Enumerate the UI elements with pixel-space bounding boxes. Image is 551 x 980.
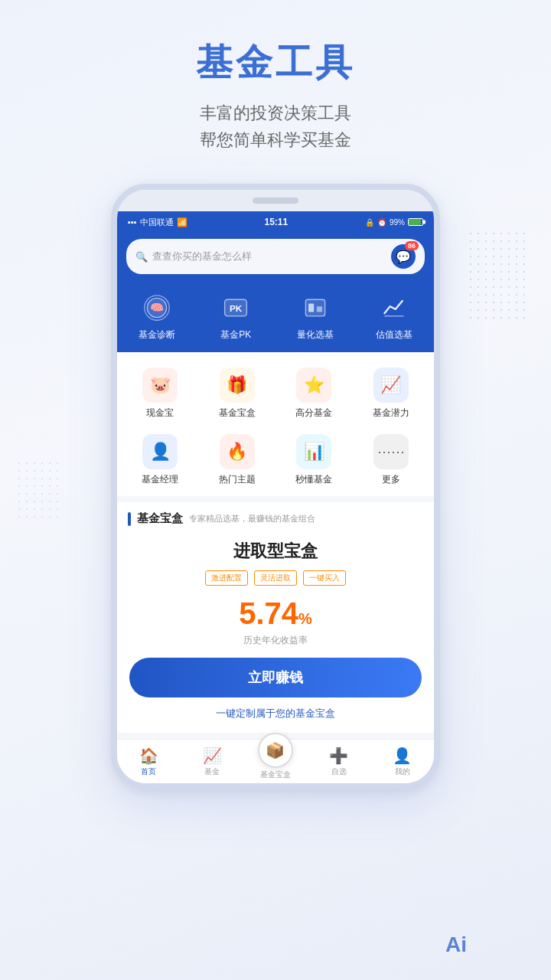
content-area: 🐷 现金宝 🎁 基金宝盒 ⭐ 高分基金 📈 基金潜力 👤 基金经理 bbox=[117, 352, 434, 783]
nav-mine-label: 我的 bbox=[395, 766, 410, 777]
page-header: 基金工具 丰富的投资决策工具 帮您简单科学买基金 bbox=[0, 0, 551, 168]
feature-manager[interactable]: 👤 基金经理 bbox=[123, 430, 197, 493]
more-label: 更多 bbox=[382, 474, 400, 485]
nav-watchlist-label: 自选 bbox=[331, 766, 347, 777]
status-bar: ▪▪▪ 中国联通 📶 15:11 🔒 ⏰ 99% bbox=[117, 211, 434, 233]
bottom-nav: 🏠 首页 📈 基金 📦 基金宝盒 ➕ 自选 👤 我的 bbox=[117, 739, 434, 783]
potential-label: 基金潜力 bbox=[373, 407, 409, 419]
wifi-icon: 📶 bbox=[177, 217, 187, 227]
card-content: 进取型宝盒 激进配置 灵活进取 一键买入 5.74% 历史年化收益率 立即赚钱 … bbox=[117, 532, 434, 733]
rate-percent: % bbox=[298, 610, 312, 627]
nav-home-label: 首页 bbox=[141, 766, 156, 777]
section-bar bbox=[128, 512, 131, 526]
search-bar[interactable]: 🔍 查查你买的基金怎么样 💬 86 bbox=[126, 239, 425, 274]
svg-rect-7 bbox=[317, 307, 322, 312]
carrier-label: 中国联通 bbox=[140, 217, 174, 228]
cta-button[interactable]: 立即赚钱 bbox=[129, 658, 422, 697]
svg-text:PK: PK bbox=[230, 304, 243, 314]
phone-body: ▪▪▪ 中国联通 📶 15:11 🔒 ⏰ 99% 🔍 查查你买的基金怎么样 💬 bbox=[111, 184, 440, 789]
learn-icon: 📊 bbox=[296, 434, 331, 469]
card-rate: 5.74% bbox=[129, 596, 422, 631]
more-icon: ⋯⋯ bbox=[373, 434, 409, 469]
tool-diagnosis-label: 基金诊断 bbox=[139, 328, 175, 341]
svg-text:🧠: 🧠 bbox=[150, 302, 164, 315]
rate-label: 历史年化收益率 bbox=[129, 634, 422, 647]
alarm-icon: ⏰ bbox=[377, 218, 386, 227]
nav-home[interactable]: 🏠 首页 bbox=[117, 746, 181, 777]
feature-grid: 🐷 现金宝 🎁 基金宝盒 ⭐ 高分基金 📈 基金潜力 👤 基金经理 bbox=[117, 352, 434, 496]
nav-fund[interactable]: 📈 基金 bbox=[181, 746, 244, 777]
cashbao-label: 现金宝 bbox=[146, 407, 174, 419]
status-left: ▪▪▪ 中国联通 📶 bbox=[128, 217, 187, 228]
feature-bahe[interactable]: 🎁 基金宝盒 bbox=[201, 363, 275, 426]
highscore-label: 高分基金 bbox=[295, 407, 332, 419]
ai-label: Ai bbox=[445, 933, 467, 957]
battery-fill bbox=[409, 219, 421, 225]
phone-notch bbox=[117, 190, 434, 211]
tool-pk[interactable]: PK 基金PK bbox=[197, 291, 276, 341]
tag-buy: 一键买入 bbox=[303, 570, 346, 586]
manager-icon: 👤 bbox=[142, 434, 178, 469]
battery-icon bbox=[408, 218, 423, 226]
page-title: 基金工具 bbox=[15, 38, 536, 87]
feature-potential[interactable]: 📈 基金潜力 bbox=[354, 363, 429, 426]
tool-quant[interactable]: 量化选基 bbox=[276, 291, 355, 341]
cashbao-icon: 🐷 bbox=[142, 368, 178, 403]
tool-valuation[interactable]: 估值选基 bbox=[355, 291, 435, 341]
badge-count: 86 bbox=[405, 241, 419, 250]
signal-icon: ▪▪▪ bbox=[128, 217, 137, 227]
nav-mine[interactable]: 👤 我的 bbox=[370, 746, 434, 777]
tag-flexible: 灵活进取 bbox=[254, 570, 297, 586]
nav-watchlist[interactable]: ➕ 自选 bbox=[307, 746, 370, 777]
status-right: 🔒 ⏰ 99% bbox=[365, 218, 423, 227]
phone-speaker bbox=[253, 198, 298, 204]
app-header: 🔍 查查你买的基金怎么样 💬 86 bbox=[117, 233, 434, 283]
tool-diagnosis[interactable]: 🧠 基金诊断 bbox=[117, 291, 197, 341]
svg-rect-6 bbox=[308, 304, 314, 312]
home-icon: 🏠 bbox=[139, 746, 158, 765]
top-tools-grid: 🧠 基金诊断 PK 基金PK bbox=[117, 283, 434, 352]
bahe-icon: 🎁 bbox=[220, 368, 255, 403]
search-placeholder[interactable]: 查查你买的基金怎么样 bbox=[152, 250, 385, 263]
nav-center-icon: 📦 bbox=[258, 733, 293, 768]
card-tags: 激进配置 灵活进取 一键买入 bbox=[129, 570, 422, 586]
page-subtitle: 丰富的投资决策工具 帮您简单科学买基金 bbox=[15, 100, 536, 153]
message-badge[interactable]: 💬 86 bbox=[391, 244, 416, 269]
highscore-icon: ⭐ bbox=[296, 368, 331, 403]
search-icon: 🔍 bbox=[135, 251, 148, 263]
feature-learn[interactable]: 📊 秒懂基金 bbox=[277, 430, 351, 493]
battery-pct: 99% bbox=[390, 218, 405, 227]
mine-icon: 👤 bbox=[393, 746, 412, 765]
potential-icon: 📈 bbox=[373, 368, 409, 403]
tool-quant-label: 量化选基 bbox=[297, 328, 334, 341]
diagnosis-icon-box: 🧠 bbox=[140, 291, 174, 325]
feature-more[interactable]: ⋯⋯ 更多 bbox=[354, 430, 429, 493]
bahe-label: 基金宝盒 bbox=[219, 407, 256, 419]
section-title: 基金宝盒 bbox=[137, 511, 183, 526]
watchlist-icon: ➕ bbox=[329, 746, 348, 765]
status-time: 15:11 bbox=[264, 217, 288, 227]
fund-icon: 📈 bbox=[203, 746, 222, 765]
feature-cashbao[interactable]: 🐷 现金宝 bbox=[123, 363, 197, 426]
quant-icon-box bbox=[298, 291, 332, 325]
hottheme-label: 热门主题 bbox=[219, 474, 256, 485]
customize-link[interactable]: 一键定制属于您的基金宝盒 bbox=[129, 707, 422, 720]
nav-bahe[interactable]: 📦 基金宝盒 bbox=[244, 743, 308, 780]
valuation-icon-box bbox=[377, 291, 411, 325]
lock-icon: 🔒 bbox=[365, 218, 374, 227]
pk-icon-box: PK bbox=[219, 291, 253, 325]
hottheme-icon: 🔥 bbox=[220, 434, 255, 469]
learn-label: 秒懂基金 bbox=[295, 474, 332, 485]
tool-valuation-label: 估值选基 bbox=[376, 328, 412, 341]
feature-hottheme[interactable]: 🔥 热门主题 bbox=[201, 430, 275, 493]
card-title: 进取型宝盒 bbox=[129, 540, 422, 563]
nav-bahe-label: 基金宝盒 bbox=[260, 769, 291, 780]
manager-label: 基金经理 bbox=[142, 474, 178, 485]
tag-aggressive: 激进配置 bbox=[205, 570, 248, 586]
section-subtitle: 专家精品选基，最赚钱的基金组合 bbox=[189, 513, 315, 524]
section-header: 基金宝盒 专家精品选基，最赚钱的基金组合 bbox=[117, 502, 434, 532]
tool-pk-label: 基金PK bbox=[220, 328, 251, 341]
rate-number: 5.74 bbox=[239, 596, 298, 630]
nav-fund-label: 基金 bbox=[204, 766, 220, 777]
feature-highscore[interactable]: ⭐ 高分基金 bbox=[277, 363, 351, 426]
